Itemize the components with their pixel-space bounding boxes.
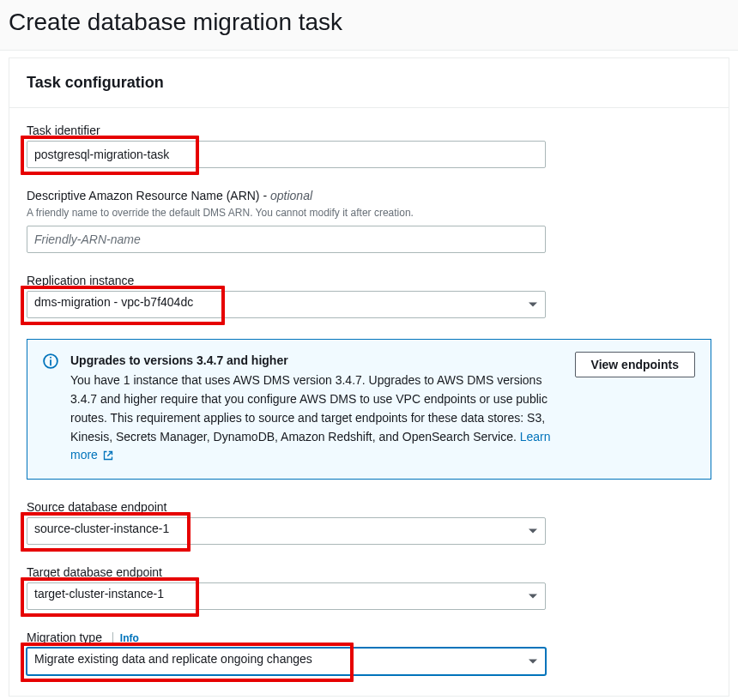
task-identifier-field: Task identifier: [27, 124, 711, 168]
panel-body: Task identifier Descriptive Amazon Resou…: [9, 108, 729, 696]
view-endpoints-button[interactable]: View endpoints: [575, 352, 695, 377]
replication-instance-field: Replication instance dms-migration - vpc…: [27, 274, 711, 318]
task-identifier-label: Task identifier: [27, 124, 711, 137]
arn-input[interactable]: [27, 226, 546, 253]
svg-point-2: [50, 357, 51, 359]
arn-optional: optional: [270, 189, 312, 202]
migration-type-label: Migration type Info: [27, 631, 711, 644]
task-identifier-input[interactable]: [27, 141, 546, 168]
arn-hint: A friendly name to override the default …: [27, 206, 711, 220]
source-endpoint-label: Source database endpoint: [27, 500, 711, 514]
info-icon: [43, 353, 58, 371]
alert-text: You have 1 instance that uses AWS DMS ve…: [70, 373, 547, 443]
replication-instance-select[interactable]: dms-migration - vpc-b7f404dc: [27, 291, 546, 318]
upgrade-alert: Upgrades to versions 3.4.7 and higher Yo…: [27, 339, 711, 480]
panel-header: Task configuration: [9, 58, 729, 108]
external-link-icon: [103, 448, 113, 467]
page-header: Create database migration task: [0, 0, 738, 51]
migration-type-select[interactable]: Migrate existing data and replicate ongo…: [27, 648, 546, 675]
alert-body: Upgrades to versions 3.4.7 and higher Yo…: [70, 352, 563, 467]
target-endpoint-field: Target database endpoint target-cluster-…: [27, 565, 711, 610]
page-title: Create database migration task: [9, 9, 729, 36]
arn-field: Descriptive Amazon Resource Name (ARN) -…: [27, 189, 711, 253]
replication-instance-label: Replication instance: [27, 274, 711, 287]
info-link[interactable]: Info: [112, 632, 139, 644]
target-endpoint-select[interactable]: target-cluster-instance-1: [27, 582, 546, 610]
arn-label: Descriptive Amazon Resource Name (ARN) -…: [27, 189, 711, 202]
source-endpoint-select[interactable]: source-cluster-instance-1: [27, 517, 546, 545]
migration-type-label-text: Migration type: [27, 631, 102, 644]
source-endpoint-field: Source database endpoint source-cluster-…: [27, 500, 711, 545]
alert-actions: View endpoints: [575, 352, 695, 377]
panel-title: Task configuration: [27, 74, 711, 92]
alert-title: Upgrades to versions 3.4.7 and higher: [70, 352, 563, 371]
arn-label-text: Descriptive Amazon Resource Name (ARN) -: [27, 189, 270, 202]
task-config-panel: Task configuration Task identifier Descr…: [9, 57, 729, 697]
migration-type-field: Migration type Info Migrate existing dat…: [27, 631, 711, 675]
target-endpoint-label: Target database endpoint: [27, 565, 711, 579]
